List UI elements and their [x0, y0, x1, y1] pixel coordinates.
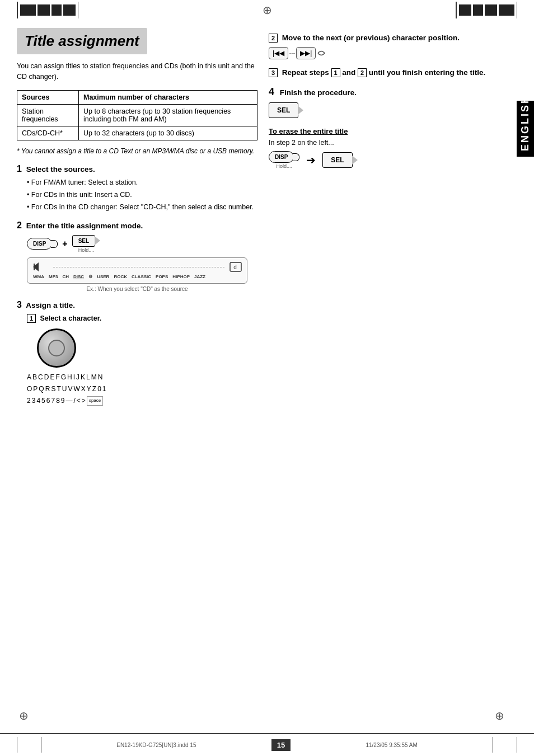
deco-block-6 — [473, 4, 483, 16]
crosshair-bottom-left — [17, 709, 30, 722]
deco-blocks-right — [459, 4, 514, 16]
top-decorative-bar — [0, 0, 534, 20]
char-6: 6 — [46, 396, 50, 406]
sel-button[interactable]: SEL — [72, 235, 95, 247]
erase-disp-button[interactable]: DISP — [269, 151, 294, 163]
display-screen: d WMA MP3 CH DISC ⚙ USER ROCK CLASSIC PO… — [27, 257, 247, 284]
char-lt: < — [77, 396, 81, 406]
volume-knob[interactable] — [37, 328, 76, 368]
sub-step-1-num: 1 — [27, 314, 36, 323]
display-bottom-bar: WMA MP3 CH DISC ⚙ USER ROCK CLASSIC POPS… — [32, 274, 242, 280]
deco-vline-4 — [517, 2, 518, 18]
step-1-number: 1 — [17, 164, 22, 173]
bottom-vline-1 — [17, 737, 17, 753]
display-label-eq: ⚙ — [87, 274, 93, 280]
page-number: 15 — [271, 739, 291, 751]
display-dotline-area — [49, 265, 229, 270]
char-3: 3 — [32, 396, 36, 406]
table-cell-source-1: Station frequencies — [17, 104, 79, 126]
right-arrow-icon: ➔ — [306, 153, 316, 167]
step-ref-1: 1 — [331, 68, 340, 77]
display-label-ch: CH — [61, 274, 70, 280]
bottom-bar: EN12-19KD-G725[UN]3.indd 15 15 11/23/05 … — [0, 733, 534, 756]
step-right-2: 2 Move to the next (or previous) charact… — [269, 34, 509, 59]
screen-caption: Ex.: When you select "CD" as the source — [17, 286, 257, 292]
char-gt: > — [82, 396, 86, 406]
table-cell-maxchars-2: Up to 32 characters (up to 30 discs) — [79, 126, 257, 140]
display-label-mp3: MP3 — [48, 274, 59, 280]
sel-button-wrap: SEL — [72, 235, 100, 247]
char-5: 5 — [41, 396, 45, 406]
char-G: G — [61, 372, 66, 383]
char-grid-row-3: 2 3 4 5 6 7 8 9 — / < > space — [27, 396, 257, 406]
char-0: 0 — [97, 384, 101, 395]
deco-center — [78, 3, 456, 17]
char-E: E — [50, 372, 54, 383]
char-1: 1 — [102, 384, 106, 395]
deco-block-4 — [63, 4, 76, 16]
step-3-sub1: 1 Select a character. — [27, 313, 257, 324]
display-label-wma: WMA — [32, 274, 45, 280]
finish-btn-container: SEL — [269, 102, 509, 118]
seek-next-button[interactable]: ▶▶| — [296, 47, 316, 59]
step-right-3-header: 3 Repeat steps 1 and 2 until you finish … — [269, 68, 509, 77]
display-label-user: USER — [96, 274, 110, 280]
deco-vline-1 — [17, 2, 18, 18]
step-3-number: 3 — [17, 300, 22, 309]
disp-button-tail — [51, 240, 58, 248]
sources-table: Sources Maximum number of characters Sta… — [17, 90, 257, 140]
char-C: C — [38, 372, 43, 383]
char-slash: / — [74, 396, 76, 406]
char-N: N — [98, 372, 103, 383]
knob-inner — [48, 340, 65, 356]
step-2-controls: DISP + SEL Hold.... — [27, 235, 257, 253]
step-1-body: For FM/AM tuner: Select a station. For C… — [27, 177, 257, 213]
intro-text: You can assign titles to station frequen… — [17, 61, 257, 82]
seek-prev-button[interactable]: |◀◀ — [269, 47, 288, 59]
step-right-4-num: 4 — [269, 86, 274, 97]
display-dotline — [53, 267, 224, 267]
display-screen-inner: d — [32, 261, 242, 274]
char-O: O — [27, 384, 32, 395]
step-right-4-header: 4 Finish the procedure. — [269, 86, 509, 98]
display-icon-right: d — [229, 261, 242, 273]
step-right-3: 3 Repeat steps 1 and 2 until you finish … — [269, 68, 509, 77]
step-1-title: Select the sources. — [26, 165, 95, 173]
bottom-left — [17, 737, 41, 753]
seek-connector — [289, 53, 295, 54]
plus-icon: + — [62, 239, 67, 249]
char-B: B — [32, 372, 37, 383]
char-F: F — [55, 372, 59, 383]
seek-prev-icon: |◀◀ — [273, 49, 284, 57]
step-right-2-num: 2 — [269, 34, 278, 43]
char-Q: Q — [39, 384, 44, 395]
table-header-maxchars: Maximum number of characters — [79, 90, 257, 104]
page-title: Title assignment — [17, 28, 147, 54]
char-M: M — [91, 372, 97, 383]
table-header-sources: Sources — [17, 90, 79, 104]
crosshair-bottom-right — [493, 709, 506, 722]
display-label-rock: ROCK — [113, 274, 128, 280]
erase-disp-wrap: DISP Hold.... — [269, 151, 299, 169]
char-9: 9 — [61, 396, 65, 406]
step-3-title: Assign a title. — [26, 301, 75, 309]
step-3-sub1-label: Select a character. — [40, 314, 101, 322]
footer-filename: EN12-19KD-G725[UN]3.indd 15 — [116, 742, 196, 748]
display-label-disc: DISC — [72, 274, 85, 280]
step-2-header: 2 Enter the title assignment mode. — [17, 220, 257, 231]
char-2: 2 — [27, 396, 31, 406]
char-K: K — [81, 372, 85, 383]
erase-sel-arrow — [352, 156, 358, 165]
erase-section: To erase the entire title In step 2 on t… — [269, 127, 509, 169]
step-right-2-title: Move to the next (or previous) character… — [282, 34, 460, 42]
char-R: R — [45, 384, 50, 395]
erase-sel-button[interactable]: SEL — [322, 152, 352, 168]
finish-sel-button[interactable]: SEL — [269, 102, 298, 118]
right-column: 2 Move to the next (or previous) charact… — [269, 28, 509, 414]
hold-label: Hold.... — [78, 247, 95, 253]
char-W: W — [73, 384, 79, 395]
char-P: P — [33, 384, 38, 395]
disp-button[interactable]: DISP — [27, 238, 52, 250]
table-row: CDs/CD-CH* Up to 32 characters (up to 30… — [17, 126, 257, 140]
char-D: D — [44, 372, 49, 383]
